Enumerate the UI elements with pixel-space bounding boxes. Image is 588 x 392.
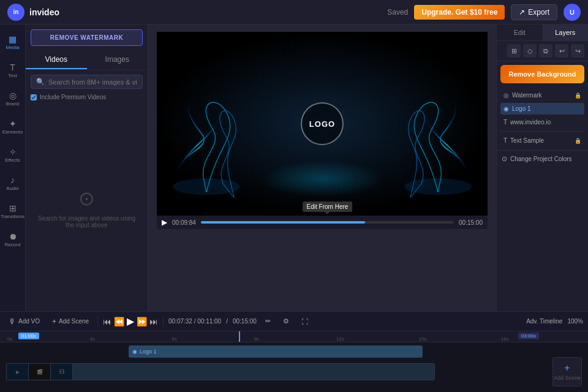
sidebar-item-transitions[interactable]: ⊞ Transitions — [2, 198, 24, 224]
export-icon: ↗ — [519, 8, 525, 17]
add-vo-icon: 🎙 — [9, 317, 16, 326]
svg-point-1 — [405, 178, 472, 195]
add-scene-timeline-button[interactable]: + Add Scene — [552, 357, 582, 386]
sidebar-item-text[interactable]: T Text — [2, 58, 24, 83]
fullscreen-icon[interactable]: ⛶ — [298, 317, 312, 326]
video-track[interactable]: ▶ 🎬 🎞 — [6, 363, 435, 380]
layer-watermark-label: Watermark — [512, 92, 542, 99]
video-thumb-2: 🎬 — [29, 364, 51, 380]
left-nav: ▦ Media T Text ◎ Brand ✦ Elements ✧ Effe… — [0, 24, 26, 311]
undo-icon[interactable]: ↩ — [555, 44, 568, 58]
dragon-right-icon — [377, 81, 488, 203]
text-icon: T — [10, 62, 15, 72]
add-scene-plus-icon: + — [564, 363, 570, 374]
transitions-icon: ⊞ — [9, 203, 17, 213]
video-preview: LOGO www.invideo.io — [157, 32, 488, 216]
video-track-row: ▶ 🎬 🎞 + Add Scene — [6, 361, 582, 383]
video-controls: ▶ 00:09:84 Edit From Here 00:15:00 — [157, 216, 488, 229]
progress-bar[interactable]: Edit From Here — [201, 221, 454, 224]
saved-label: Saved — [387, 8, 408, 17]
step-back-button[interactable]: ⏪ — [114, 317, 124, 326]
sidebar-item-record[interactable]: ⏺ Record — [2, 227, 24, 252]
media-tabs: Videos Images — [26, 51, 148, 70]
adv-timeline-button[interactable]: Adv. Timeline — [526, 318, 562, 325]
media-empty-text: Search for images and videos using the i… — [38, 215, 135, 228]
change-project-colors[interactable]: ⊙ Change Project Colors — [497, 152, 588, 166]
ruler-mark-0: 0s — [6, 336, 88, 342]
video-frame: LOGO www.invideo.io — [157, 32, 488, 216]
skip-back-button[interactable]: ⏮ — [103, 317, 111, 326]
layer-logo[interactable]: ◉ Logo 1 — [500, 103, 584, 115]
step-fwd-button[interactable]: ⏩ — [137, 317, 147, 326]
add-scene-icon: + — [52, 317, 56, 326]
ruler-mark-18: 18s — [500, 336, 582, 342]
ruler-mark-6: 6s — [171, 336, 253, 342]
remove-watermark-button[interactable]: REMOVE WATERMARK — [31, 29, 143, 46]
ruler-mark-3: 3s — [88, 336, 170, 342]
tab-layers[interactable]: Layers — [543, 24, 589, 40]
video-thumb-3: 🎞 — [51, 364, 73, 380]
redo-icon[interactable]: ↪ — [571, 44, 584, 58]
premium-checkbox[interactable] — [31, 94, 37, 100]
settings-icon[interactable]: ⚙ — [279, 316, 293, 326]
total-time: 00:15:00 — [459, 219, 483, 226]
media-icon: ▦ — [9, 34, 17, 44]
export-button[interactable]: ↗ Export — [511, 4, 557, 20]
total-duration: 00:15:00 — [233, 318, 257, 325]
remove-background-button[interactable]: Remove Background — [500, 65, 584, 83]
edit-icon[interactable]: ✏ — [262, 316, 274, 326]
right-panel: Edit Layers ⊞ ◇ ⧉ ↩ ↪ Remove Background … — [496, 24, 588, 311]
layer-logo-icon: ◉ — [503, 105, 509, 112]
playhead[interactable] — [239, 331, 240, 342]
layer-text1[interactable]: T www.invideo.io — [500, 116, 584, 128]
add-scene-button[interactable]: + Add Scene — [48, 316, 92, 327]
topbar-left: in invideo — [7, 4, 59, 21]
timeline-area: 01:00s 0s 3s 6s 9s 12s 15s 18s 03:00s ◉ … — [0, 331, 588, 392]
watermark-url: www.invideo.io — [304, 201, 341, 207]
search-input[interactable] — [48, 78, 137, 86]
layer-text2-label: Text Sample — [510, 137, 544, 144]
ruler-mark-15: 15s — [417, 336, 499, 342]
time-display: 00:07:32 / 00:11:00 — [168, 318, 221, 325]
sidebar-item-brand[interactable]: ◎ Brand — [2, 86, 24, 111]
topbar-right: Saved Upgrade. Get $10 free ↗ Export U — [387, 4, 581, 21]
media-empty-state: ⊙ Search for images and videos using the… — [26, 104, 148, 311]
ruler-marks: 0s 3s 6s 9s 12s 15s 18s — [6, 331, 582, 342]
skip-fwd-button[interactable]: ⏭ — [149, 317, 158, 326]
progress-fill — [201, 221, 366, 224]
logo-track[interactable]: ◉ Logo 1 — [129, 345, 423, 358]
audio-icon: ♪ — [10, 175, 15, 185]
sidebar-item-elements[interactable]: ✦ Elements — [2, 114, 24, 140]
video-thumb-1: ▶ — [7, 364, 29, 380]
duration-display: / — [226, 318, 228, 325]
play-button[interactable]: ▶ — [162, 218, 167, 227]
logo-circle: LOGO — [301, 102, 344, 145]
layer-text2[interactable]: T Text Sample 🔒 — [500, 135, 584, 146]
scene-badge-2: 03:00s — [518, 333, 539, 339]
tab-edit[interactable]: Edit — [497, 24, 543, 40]
current-time: 00:09:84 — [172, 219, 196, 226]
canvas-area: LOGO www.invideo.io ▶ 00:09:84 Edit From… — [148, 24, 496, 311]
effects-icon: ✧ — [9, 147, 17, 157]
color-icon: ⊙ — [502, 155, 507, 163]
tab-images[interactable]: Images — [87, 51, 148, 69]
lock-icon: 🔒 — [575, 92, 581, 99]
grid-icon[interactable]: ⊞ — [507, 44, 521, 58]
diamond-icon[interactable]: ◇ — [523, 44, 537, 58]
layer-watermark[interactable]: ◎ Watermark 🔒 — [500, 89, 584, 101]
sidebar-item-audio[interactable]: ♪ Audio — [2, 170, 24, 196]
elements-icon: ✦ — [9, 119, 17, 129]
avatar[interactable]: U — [564, 4, 581, 21]
upgrade-button[interactable]: Upgrade. Get $10 free — [414, 5, 505, 20]
logo-text: invideo — [29, 7, 59, 17]
zoom-display: 100% — [567, 318, 583, 325]
sidebar-item-effects[interactable]: ✧ Effects — [2, 142, 24, 168]
lock-icon-2: 🔒 — [575, 138, 581, 144]
layers-icon[interactable]: ⧉ — [539, 44, 552, 58]
tab-videos[interactable]: Videos — [26, 51, 87, 69]
main-play-button[interactable]: ▶ — [127, 315, 134, 327]
playback-controls: ⏮ ⏪ ▶ ⏩ ⏭ — [103, 315, 158, 327]
add-vo-button[interactable]: 🎙 Add VO — [5, 316, 43, 327]
media-panel: REMOVE WATERMARK Videos Images 🔍 Include… — [26, 24, 148, 311]
sidebar-item-media[interactable]: ▦ Media — [2, 29, 24, 55]
